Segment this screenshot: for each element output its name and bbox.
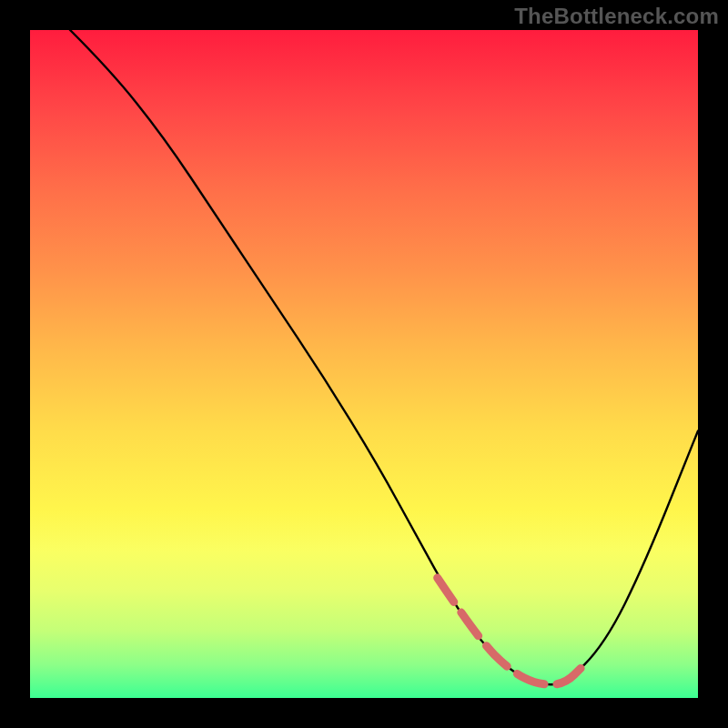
attribution-text: TheBottleneck.com <box>514 4 719 29</box>
gradient-plot-area <box>30 30 698 698</box>
app-frame: TheBottleneck.com <box>0 0 728 728</box>
